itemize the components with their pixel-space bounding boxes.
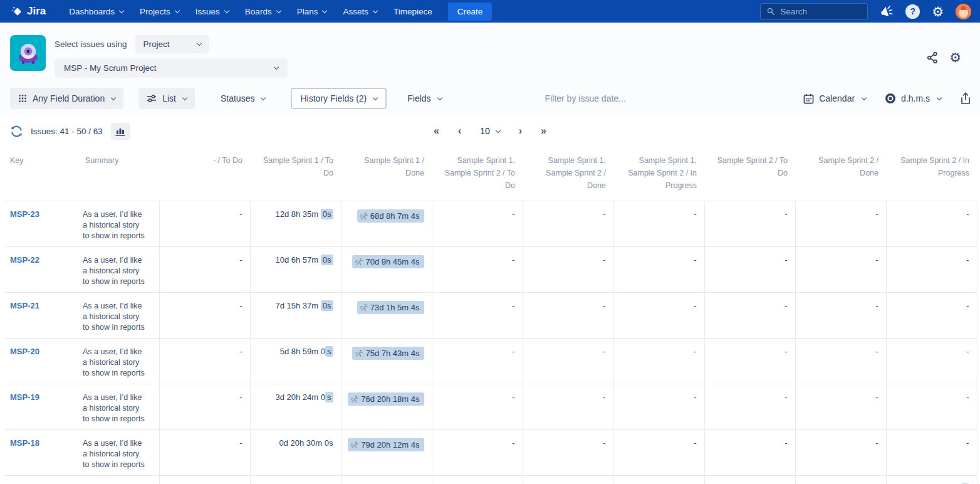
live-duration-pill[interactable]: 79d 20h 12m 4s bbox=[348, 438, 424, 451]
timepiece-app-icon[interactable] bbox=[10, 35, 46, 71]
live-duration-pill[interactable]: 68d 8h 7m 4s bbox=[357, 209, 424, 223]
search-input[interactable] bbox=[780, 7, 861, 16]
column-header-sample-sprint-2-in-progress[interactable]: Sample Sprint 2 / In Progress bbox=[886, 147, 977, 201]
column-header-summary[interactable]: Summary bbox=[80, 147, 159, 201]
megaphone-icon[interactable] bbox=[880, 5, 894, 18]
live-duration-pill[interactable]: 73d 1h 5m 4s bbox=[357, 301, 424, 314]
empty-duration-cell: - bbox=[886, 247, 977, 293]
next-page-button[interactable]: › bbox=[519, 126, 522, 136]
history-fields-button[interactable]: History Fields (2) bbox=[291, 88, 387, 109]
empty-value: - bbox=[512, 392, 514, 402]
empty-duration-cell: - bbox=[432, 430, 523, 476]
column-header-to-do[interactable]: - / To Do bbox=[159, 147, 250, 201]
table-row: MSP-17Instructions for deleting this sam… bbox=[5, 476, 977, 484]
empty-duration-cell: - bbox=[613, 247, 704, 293]
nav-item-dashboards[interactable]: Dashboards bbox=[61, 0, 132, 23]
column-header-sample-sprint-2-done[interactable]: Sample Sprint 2 / Done bbox=[795, 147, 886, 201]
refresh-icon[interactable] bbox=[10, 125, 23, 138]
chevron-down-icon bbox=[322, 8, 327, 13]
time-format-button[interactable]: d.h.m.s bbox=[885, 93, 941, 104]
issue-key-link[interactable]: MSP-19 bbox=[10, 392, 39, 402]
summary-text: As a user, I’d like a historical story t… bbox=[83, 393, 145, 423]
live-duration-pill[interactable]: 75d 7h 43m 4s bbox=[352, 347, 424, 360]
empty-duration-cell: - bbox=[613, 339, 704, 384]
last-page-button[interactable]: » bbox=[541, 126, 546, 136]
nav-item-projects[interactable]: Projects bbox=[132, 0, 187, 23]
issue-key-link[interactable]: MSP-18 bbox=[10, 438, 39, 448]
chevron-down-icon bbox=[196, 41, 201, 46]
search-icon bbox=[767, 7, 774, 16]
issue-key-link[interactable]: MSP-23 bbox=[10, 209, 39, 219]
empty-duration-cell: - bbox=[159, 247, 250, 293]
empty-duration-cell: - bbox=[886, 384, 977, 430]
live-duration-pill[interactable]: 70d 9h 45m 4s bbox=[352, 255, 424, 268]
avatar[interactable] bbox=[956, 4, 971, 19]
column-header-key[interactable]: Key bbox=[5, 147, 80, 201]
column-header-sample-sprint-1-done[interactable]: Sample Sprint 1 / Done bbox=[341, 147, 432, 201]
fields-button[interactable]: Fields bbox=[399, 88, 449, 109]
first-page-button[interactable]: « bbox=[434, 126, 439, 136]
create-button[interactable]: Create bbox=[448, 3, 493, 21]
empty-value: - bbox=[239, 392, 242, 402]
empty-duration-cell: - bbox=[613, 430, 704, 476]
empty-value: - bbox=[512, 347, 514, 356]
empty-duration-cell: - bbox=[159, 339, 250, 384]
time-format-label: d.h.m.s bbox=[901, 93, 930, 103]
project-select[interactable]: MSP - My Scrum Project bbox=[55, 58, 288, 78]
issue-source-select[interactable]: Project bbox=[135, 35, 209, 53]
empty-value: - bbox=[239, 301, 242, 310]
empty-duration-cell: - bbox=[704, 339, 795, 384]
empty-value: - bbox=[239, 209, 242, 219]
nav-item-issues[interactable]: Issues bbox=[187, 0, 237, 23]
chevron-down-icon bbox=[261, 95, 266, 100]
nav-item-boards[interactable]: Boards bbox=[237, 0, 289, 23]
empty-duration-cell: - bbox=[886, 430, 977, 476]
empty-duration-cell: - bbox=[523, 201, 613, 247]
column-header-sample-sprint-1-to-do[interactable]: Sample Sprint 1 / To Do bbox=[250, 147, 341, 201]
live-tail-highlight: 0s bbox=[321, 209, 333, 219]
duration-value: 3d 20h 24m 0s bbox=[275, 392, 333, 402]
issue-source-value: Project bbox=[143, 39, 170, 49]
statuses-button[interactable]: Statuses bbox=[212, 88, 273, 109]
summary-text: As a user, I’d like a historical story t… bbox=[83, 210, 145, 240]
duration-value: 5d 8h 59m 0s bbox=[280, 346, 333, 357]
nav-item-plans[interactable]: Plans bbox=[289, 0, 335, 23]
chart-view-button[interactable] bbox=[111, 123, 130, 140]
share-icon[interactable] bbox=[926, 51, 939, 64]
empty-duration-cell: - bbox=[613, 293, 704, 339]
help-icon[interactable]: ? bbox=[905, 4, 920, 19]
issue-key-link[interactable]: MSP-22 bbox=[10, 255, 39, 265]
empty-value: - bbox=[875, 438, 878, 448]
empty-value: - bbox=[694, 392, 696, 402]
duration-cell: 75d 7h 43m 4s bbox=[341, 339, 432, 384]
empty-value: - bbox=[603, 438, 605, 448]
column-header-sample-sprint-1-sample-sprint-2-to-do[interactable]: Sample Sprint 1, Sample Sprint 2 / To Do bbox=[432, 147, 523, 201]
empty-duration-cell: - bbox=[886, 201, 977, 247]
issue-date-filter-input[interactable] bbox=[545, 93, 689, 103]
page-size-select[interactable]: 10 bbox=[480, 126, 500, 136]
chevron-down-icon bbox=[437, 95, 442, 100]
view-mode-button[interactable]: List bbox=[138, 88, 195, 109]
calendar-button[interactable]: Calendar bbox=[803, 93, 866, 104]
any-field-duration-button[interactable]: Any Field Duration bbox=[10, 88, 123, 109]
column-header-sample-sprint-1-sample-sprint-2-done[interactable]: Sample Sprint 1, Sample Sprint 2 / Done bbox=[523, 147, 613, 201]
chevron-down-icon bbox=[111, 95, 116, 100]
issue-key-link[interactable]: MSP-20 bbox=[10, 347, 39, 356]
brand-label: Jira bbox=[27, 5, 46, 18]
duration-cell: 76d 20h 18m 4s bbox=[341, 384, 432, 430]
live-duration-pill[interactable]: 76d 20h 18m 4s bbox=[348, 392, 424, 406]
settings-gear-icon[interactable]: ⚙ bbox=[949, 51, 961, 64]
nav-item-timepiece[interactable]: Timepiece bbox=[385, 0, 440, 23]
nav-item-assets[interactable]: Assets bbox=[335, 0, 385, 23]
column-header-sample-sprint-2-to-do[interactable]: Sample Sprint 2 / To Do bbox=[704, 147, 795, 201]
jira-logo[interactable]: Jira bbox=[11, 5, 46, 18]
empty-value: - bbox=[785, 438, 787, 448]
global-search[interactable] bbox=[760, 3, 868, 20]
column-header-sample-sprint-1-sample-sprint-2-in-progress[interactable]: Sample Sprint 1, Sample Sprint 2 / In Pr… bbox=[613, 147, 704, 201]
empty-value: - bbox=[512, 255, 514, 265]
live-tail-highlight: s bbox=[325, 392, 333, 402]
prev-page-button[interactable]: ‹ bbox=[458, 126, 461, 136]
export-icon[interactable] bbox=[960, 92, 971, 105]
issue-key-link[interactable]: MSP-21 bbox=[10, 301, 39, 310]
gear-icon[interactable]: ⚙ bbox=[932, 5, 944, 18]
